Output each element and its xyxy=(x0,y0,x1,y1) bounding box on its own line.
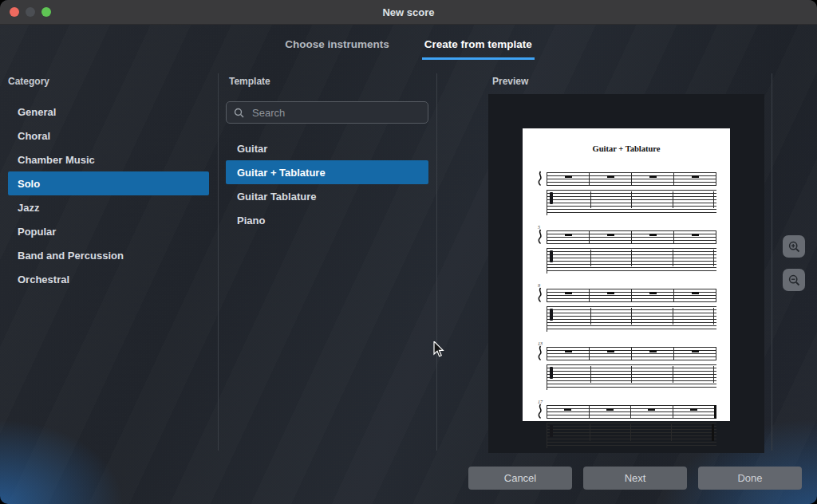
tablature-staff xyxy=(536,423,716,448)
standard-staff xyxy=(536,289,716,302)
measure xyxy=(631,424,672,441)
mouse-cursor xyxy=(433,341,449,359)
measure-number: 17 xyxy=(536,399,716,405)
measure xyxy=(632,191,673,208)
standard-staff xyxy=(536,347,716,360)
separator xyxy=(218,73,219,451)
next-button[interactable]: Next xyxy=(583,467,687,490)
template-item-label: Piano xyxy=(237,215,265,226)
fullscreen-window-button[interactable] xyxy=(41,7,51,17)
measure xyxy=(547,289,590,302)
treble-clef-icon xyxy=(536,229,544,246)
measure xyxy=(632,366,673,383)
category-item-label: Orchestral xyxy=(18,274,69,285)
template-item[interactable]: Piano xyxy=(226,208,428,232)
score-title: Guitar + Tablature xyxy=(536,144,716,153)
close-window-button[interactable] xyxy=(10,7,19,17)
measure xyxy=(550,308,591,325)
category-item[interactable]: Choral xyxy=(8,124,209,148)
template-panel: Template Guitar Guitar + Tablature Guita… xyxy=(226,76,428,232)
measure xyxy=(674,172,716,186)
measure xyxy=(674,230,716,244)
measure xyxy=(591,308,633,325)
measure xyxy=(590,289,632,302)
measure xyxy=(547,347,590,360)
traffic-lights xyxy=(10,0,51,24)
measure xyxy=(674,289,716,302)
measure xyxy=(673,308,715,325)
category-item-label: Jazz xyxy=(18,202,39,214)
cancel-button[interactable]: Cancel xyxy=(468,467,572,490)
zoom-out-icon xyxy=(788,274,800,286)
category-item-label: Chamber Music xyxy=(18,154,95,166)
measure xyxy=(547,230,590,244)
tab-clef-icon xyxy=(550,192,553,204)
measure xyxy=(550,366,591,383)
staff-system: 13 xyxy=(536,341,716,390)
window-title: New score xyxy=(382,6,434,18)
treble-clef-icon xyxy=(536,404,544,420)
measure xyxy=(590,172,632,186)
measure xyxy=(550,424,590,441)
template-list: Guitar Guitar + Tablature Guitar Tablatu… xyxy=(226,136,428,232)
measure xyxy=(591,250,633,266)
measure-number: 5 xyxy=(536,224,716,230)
standard-staff xyxy=(536,405,716,419)
measure xyxy=(632,289,674,302)
category-item-label: Popular xyxy=(18,226,56,238)
measure xyxy=(672,424,714,441)
category-panel: Category General Choral Chamber Music So… xyxy=(8,76,209,291)
measure xyxy=(632,230,674,244)
tab-create-from-template[interactable]: Create from template xyxy=(422,37,535,60)
score-preview-page: Guitar + Tablature xyxy=(523,128,730,421)
template-item-label: Guitar xyxy=(237,143,267,155)
category-header: Category xyxy=(8,76,209,87)
template-item[interactable]: Guitar + Tablature xyxy=(226,160,428,184)
separator xyxy=(772,73,772,451)
zoom-in-button[interactable] xyxy=(783,235,805,258)
category-item-label: Solo xyxy=(18,178,40,190)
search-input[interactable] xyxy=(251,106,420,120)
treble-clef-icon xyxy=(536,171,544,187)
measure xyxy=(673,191,715,208)
category-item[interactable]: Solo xyxy=(8,171,209,195)
category-item[interactable]: Chamber Music xyxy=(8,148,209,171)
category-item[interactable]: General xyxy=(8,100,209,124)
measure xyxy=(590,230,632,244)
tab-choose-instruments[interactable]: Choose instruments xyxy=(282,37,392,60)
measure xyxy=(547,405,590,419)
template-item-label: Guitar Tablature xyxy=(237,191,316,203)
measure xyxy=(590,405,632,419)
minimize-window-button[interactable] xyxy=(26,7,35,17)
tab-clef-icon xyxy=(550,425,553,437)
template-item[interactable]: Guitar xyxy=(226,136,428,160)
standard-staff xyxy=(536,172,716,186)
measure xyxy=(591,366,633,383)
measure xyxy=(632,172,674,186)
measure xyxy=(591,191,633,208)
measure xyxy=(674,347,716,360)
tablature-staff xyxy=(536,190,716,215)
measure xyxy=(673,366,715,383)
preview-panel-container: Preview Guitar + Tablature xyxy=(488,76,764,87)
separator xyxy=(436,73,437,451)
zoom-in-icon xyxy=(788,241,800,253)
score-systems: 5 xyxy=(536,166,716,448)
template-item-label: Guitar + Tablature xyxy=(237,167,326,179)
category-item-label: Choral xyxy=(18,130,50,142)
tablature-staff xyxy=(536,364,716,390)
staff-system: 9 xyxy=(536,282,716,332)
template-item[interactable]: Guitar Tablature xyxy=(226,184,428,208)
measure xyxy=(550,191,591,208)
done-button[interactable]: Done xyxy=(698,467,802,490)
category-item[interactable]: Band and Percussion xyxy=(8,243,209,267)
category-item[interactable]: Popular xyxy=(8,219,209,243)
zoom-out-button[interactable] xyxy=(783,269,805,291)
treble-clef-icon xyxy=(536,287,544,304)
category-item[interactable]: Jazz xyxy=(8,195,209,219)
measure xyxy=(547,172,590,186)
category-item[interactable]: Orchestral xyxy=(8,267,209,291)
search-box[interactable] xyxy=(226,101,428,124)
measure-number: 13 xyxy=(536,341,716,347)
measure xyxy=(632,250,673,266)
